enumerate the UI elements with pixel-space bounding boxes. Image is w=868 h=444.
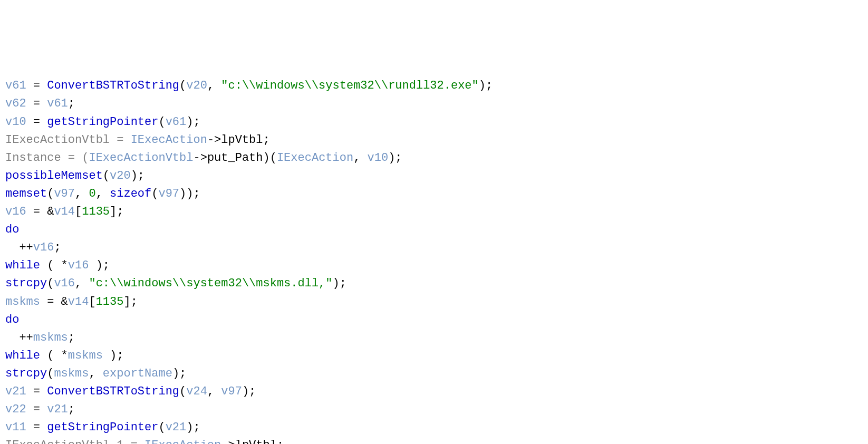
code-token: exportName — [103, 367, 172, 380]
code-token: ; — [68, 331, 75, 344]
code-token: v61 — [166, 115, 187, 129]
code-token: ( * — [40, 349, 68, 362]
code-token: ); — [186, 421, 200, 434]
code-token: = — [26, 97, 47, 110]
code-token: = — [26, 79, 47, 92]
code-token: ( — [151, 187, 158, 200]
code-token: = — [26, 421, 47, 434]
code-line: while ( *v16 ); — [5, 257, 863, 275]
code-line: v61 = ConvertBSTRToString(v20, "c:\\wind… — [5, 77, 863, 95]
code-token: = — [26, 115, 47, 129]
code-token: strcpy — [5, 277, 47, 290]
code-token: IExecActionVtbl_1 = — [5, 439, 144, 444]
code-token: = — [26, 385, 47, 398]
code-token: IExecActionVtbl = — [5, 133, 131, 147]
code-token: ( — [47, 277, 54, 290]
code-token: ; — [54, 241, 61, 254]
code-token: IExecAction — [277, 151, 353, 165]
code-token: strcpy — [5, 367, 47, 380]
code-line: Instance = (IExecActionVtbl->put_Path)(I… — [5, 149, 863, 167]
code-token: v14 — [54, 205, 75, 218]
code-token: ( — [103, 169, 110, 182]
code-line: ++mskms; — [5, 329, 863, 347]
code-line: v16 = &v14[1135]; — [5, 203, 863, 221]
code-token: do — [5, 313, 19, 326]
code-token: ); — [186, 115, 200, 129]
code-line: v62 = v61; — [5, 95, 863, 113]
code-token: v21 — [5, 385, 26, 398]
code-token: mskms — [54, 367, 89, 380]
code-token: ( — [179, 385, 186, 398]
code-token: getStringPointer — [47, 115, 158, 129]
code-line: ++v16; — [5, 239, 863, 257]
code-token: "c:\\windows\\system32\\rundll32.exe" — [221, 79, 478, 92]
code-token: = & — [40, 295, 68, 308]
code-token: ; — [68, 97, 75, 110]
code-token: v97 — [158, 187, 179, 200]
code-token: , — [353, 151, 367, 165]
code-token: -> — [207, 133, 221, 147]
code-token: v62 — [5, 97, 26, 110]
code-token: ); — [333, 277, 346, 290]
code-token: , — [89, 367, 102, 380]
code-token: sizeof — [110, 187, 151, 200]
code-token: v10 — [368, 151, 389, 165]
code-line: possibleMemset(v20); — [5, 167, 863, 185]
code-token: v20 — [186, 79, 207, 92]
code-token: mskms — [5, 295, 40, 308]
code-line: v11 = getStringPointer(v21); — [5, 419, 863, 437]
code-token: ); — [131, 169, 144, 182]
code-line: IExecActionVtbl = IExecAction->lpVtbl; — [5, 131, 863, 149]
code-token: IExecAction — [144, 439, 221, 444]
code-line: memset(v97, 0, sizeof(v97)); — [5, 185, 863, 203]
code-token: while — [5, 349, 40, 362]
code-token: [ — [75, 205, 82, 218]
code-token: v61 — [47, 97, 68, 110]
code-token: ); — [242, 385, 256, 398]
code-token: 1135 — [82, 205, 110, 218]
code-token: IExecAction — [131, 133, 207, 147]
code-token: getStringPointer — [47, 421, 158, 434]
code-token: mskms — [33, 331, 68, 344]
code-token: 1135 — [96, 295, 124, 308]
code-line: do — [5, 221, 863, 239]
code-token: v10 — [5, 115, 26, 129]
code-line: v21 = ConvertBSTRToString(v24, v97); — [5, 383, 863, 401]
code-token: , — [207, 385, 221, 398]
code-line: mskms = &v14[1135]; — [5, 293, 863, 311]
code-token: -> — [193, 151, 207, 165]
code-token: ; — [103, 259, 110, 272]
code-token: do — [5, 223, 19, 236]
code-token: v11 — [5, 421, 26, 434]
code-token: ; — [68, 403, 75, 416]
code-token: ( — [158, 421, 165, 434]
code-token: v16 — [5, 205, 26, 218]
code-line: strcpy(v16, "c:\\windows\\system32\\mskm… — [5, 275, 863, 293]
code-token: ; — [277, 439, 284, 444]
code-token: IExecActionVtbl — [89, 151, 193, 165]
code-token: v21 — [166, 421, 187, 434]
code-line: v10 = getStringPointer(v61); — [5, 113, 863, 131]
code-token: ( — [47, 187, 54, 200]
code-token: , — [75, 187, 89, 200]
code-token: ++ — [5, 331, 33, 344]
code-token: possibleMemset — [5, 169, 103, 182]
code-token: ]; — [110, 205, 123, 218]
code-token: )); — [179, 187, 200, 200]
code-token: ( * — [40, 259, 68, 272]
code-token: ( — [158, 115, 165, 129]
code-token: memset — [5, 187, 47, 200]
code-token: 0 — [89, 187, 95, 200]
code-token: mskms — [68, 349, 103, 362]
code-token: = & — [26, 205, 54, 218]
code-token: , — [207, 79, 221, 92]
code-token: -> — [221, 439, 235, 444]
code-token: ); — [479, 79, 493, 92]
code-token: ConvertBSTRToString — [47, 385, 179, 398]
code-token: = — [26, 403, 47, 416]
code-token: ConvertBSTRToString — [47, 79, 179, 92]
code-token: v16 — [54, 277, 75, 290]
code-token: , — [96, 187, 110, 200]
code-token: v24 — [186, 385, 207, 398]
code-token: ( — [179, 79, 186, 92]
